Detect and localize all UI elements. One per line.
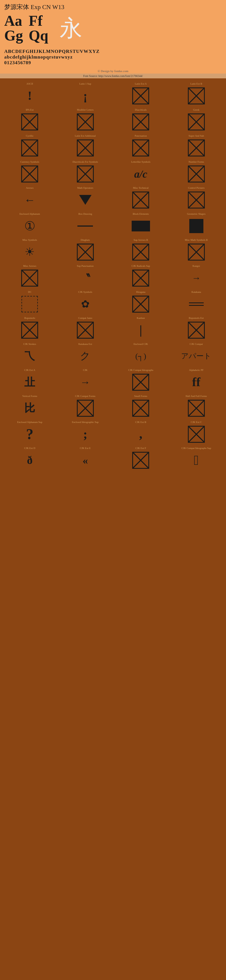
glyph-cell: CJK Strokes乁 (2, 341, 57, 366)
cell-label: Bopomofo Ext (189, 316, 204, 320)
cell-glyph (3, 269, 57, 287)
cell-label: Letterlike Symbols (131, 160, 150, 164)
glyph-cell: CJK Ext B, (113, 419, 168, 444)
cell-glyph: ← (3, 191, 57, 209)
glyph-cell: CJK Ext E« (58, 445, 113, 471)
unavailable-glyph-box (188, 140, 205, 156)
glyph-grid: ASCII!Latin 1 Sup¡Latin Ext ALatin Ext B… (2, 81, 224, 471)
cell-label: Alphabetic PF (189, 368, 204, 372)
cell-label: Enclosed Alphanum (19, 212, 40, 216)
cell-label: Latin Ext A (135, 82, 147, 86)
cell-glyph: a/c (114, 165, 168, 183)
unavailable-glyph-box (132, 113, 149, 130)
cell-glyph (114, 269, 168, 287)
glyph-cell: CJK Symbols✿ (58, 289, 113, 314)
glyph-cell: Enclosed Alphanum Sup? (2, 419, 57, 444)
cell-label: Bopomofo (24, 316, 35, 320)
glyph-cell: Enclosed Ideographic Sup; (58, 419, 113, 444)
unavailable-glyph-box (77, 113, 94, 130)
glyph-cell: Latin Ext A (113, 81, 168, 106)
cell-label: Geometric Shapes (187, 212, 205, 216)
glyph-cell: Modifier Letters (58, 107, 113, 132)
unavailable-glyph-box (77, 322, 94, 339)
stroke-glyph: 乁 (25, 349, 35, 363)
cell-label: Sup Punctuation (77, 264, 93, 268)
glyph-cell: Kanbun| (113, 315, 168, 340)
greek-glyph: ð (27, 453, 33, 467)
arrow-glyph: → (192, 273, 201, 283)
glyph-cell: CJK Compat Forms (58, 393, 113, 418)
cell-label: Misc Technical (133, 186, 149, 190)
cell-glyph: → (169, 269, 223, 287)
cell-label: CJK Ext E (80, 446, 91, 450)
cell-glyph (169, 87, 223, 105)
unavailable-glyph-box (132, 374, 149, 391)
cell-glyph (114, 243, 168, 261)
cell-label: Small Forms (134, 394, 147, 398)
glyph-cell: DC (2, 289, 57, 314)
unavailable-glyph-box (132, 296, 149, 313)
glyph-cell: Geometric Shapes (169, 211, 224, 236)
cell-glyph: 〝 (58, 269, 112, 287)
glyph-cell: Punctuation (113, 133, 168, 158)
comma-glyph: , (139, 427, 142, 441)
bracket-glyph: (┐) (135, 352, 146, 361)
glyph-cell: IPA Ext (2, 107, 57, 132)
triangle-glyph (79, 195, 92, 205)
unavailable-glyph-box (77, 400, 94, 417)
enclosed-num-glyph: ① (24, 219, 35, 234)
glyph-cell: Misc Technical (113, 185, 168, 210)
dashed-box (22, 296, 38, 312)
unavailable-glyph-box (188, 88, 205, 104)
cell-glyph (114, 295, 168, 313)
glyph-cell: Block Elements (113, 211, 168, 236)
cell-glyph (58, 191, 112, 209)
cell-label: CJK Ext A (24, 368, 35, 372)
cell-label: CJK Compat Forms (75, 394, 95, 398)
cell-glyph (58, 138, 112, 157)
cell-label: ASCII (26, 82, 33, 86)
cell-glyph: ク (58, 347, 112, 365)
cell-glyph: ¡ (58, 87, 112, 105)
credit-bar: © Design by fontke.com (0, 68, 226, 73)
glyph-cell: Dingbats (58, 237, 113, 262)
font-title: 梦源宋体 Exp CN W13 (4, 3, 222, 11)
unavailable-glyph-box (77, 165, 94, 183)
unavailable-glyph-box (132, 400, 149, 417)
glyph-grid-container: ASCII!Latin 1 Sup¡Latin Ext ALatin Ext B… (0, 78, 226, 473)
glyph-cell: Control Pictures (169, 185, 224, 210)
cell-glyph: → (58, 373, 112, 391)
glyph-cell: Enclosed Alphanum① (2, 211, 57, 236)
glyph-cell: CJK Ext C (169, 419, 224, 444)
cell-label: Enclosed Ideographic Sup (72, 420, 99, 424)
unavailable-glyph-box (188, 191, 205, 208)
glyph-cell: Arrows← (2, 185, 57, 210)
cell-label: CJK Ext F (135, 446, 146, 450)
double-angle-glyph: « (82, 454, 88, 466)
glyph-cell: CJK Radicals Sup (113, 263, 168, 288)
cell-label: CJK Ext C (191, 420, 202, 424)
unavailable-glyph-box (188, 400, 205, 417)
cell-glyph: ; (58, 425, 112, 443)
cell-glyph (114, 451, 168, 469)
katakana-glyph: ク (80, 349, 90, 363)
glyph-cell: Cyrillic (2, 133, 57, 158)
cell-glyph (169, 113, 223, 131)
glyph-cell: CJK Ext A㐀 (2, 367, 57, 392)
cjk-compat-glyph: アパート (181, 352, 211, 360)
unavailable-glyph-box (132, 191, 149, 208)
glyph-cell: Small Forms (113, 393, 168, 418)
alphabet-section: ABCDEFGHIJKLMNOPQRSTUVWXYZ abcdefghijklm… (0, 47, 226, 68)
glyph-cell: CJK Compat Ideographs (113, 367, 168, 392)
cell-glyph (114, 399, 168, 417)
glyph-cell: Super And Sub (169, 133, 224, 158)
glyph-cell: Misc Arrows (2, 263, 57, 288)
glyph-cell: Half And Full Forms (169, 393, 224, 418)
sun-symbol: ☀ (25, 245, 35, 259)
header: 梦源宋体 Exp CN W13 Aa Gg Ff Qq 永 (0, 0, 226, 47)
vert-bar-glyph: | (139, 323, 142, 337)
unavailable-glyph-box (132, 88, 149, 104)
cell-glyph (3, 295, 57, 313)
cell-label: Diacriticals For Symbols (73, 160, 98, 164)
cell-glyph: 比 (3, 399, 57, 417)
